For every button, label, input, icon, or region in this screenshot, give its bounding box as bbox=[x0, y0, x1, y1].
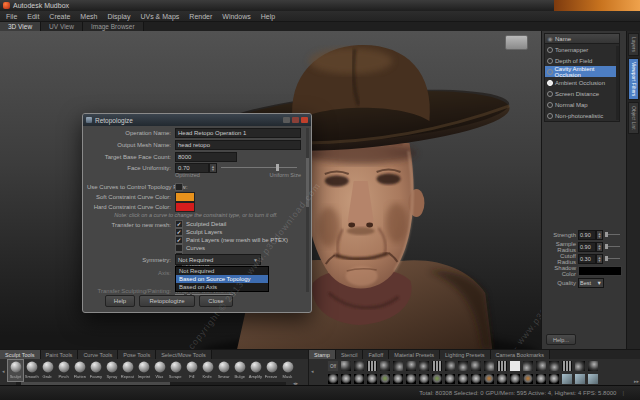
tray-tab-falloff[interactable]: Falloff bbox=[363, 350, 389, 359]
tool-scrape[interactable]: Scrape bbox=[168, 360, 183, 381]
symmetry-dropdown[interactable]: Not Required ▼ bbox=[175, 254, 261, 265]
soft-constraint-swatch[interactable] bbox=[175, 192, 195, 202]
property-slider[interactable] bbox=[605, 246, 620, 247]
tray-tab-layers[interactable]: Layers bbox=[628, 33, 639, 56]
tray-tab-pose-tools[interactable]: Pose Tools bbox=[118, 350, 156, 359]
stamp-thumbnail[interactable] bbox=[496, 373, 508, 385]
filter-toggle-icon[interactable] bbox=[545, 47, 555, 53]
tray-tab-stencil[interactable]: Stencil bbox=[336, 350, 364, 359]
stamp-thumbnail[interactable] bbox=[574, 373, 586, 385]
tool-repeat[interactable]: Repeat bbox=[120, 360, 135, 381]
property-value-input[interactable]: 0.90 bbox=[578, 230, 596, 240]
filter-row-normal-map[interactable]: Normal Map bbox=[545, 99, 619, 110]
tray-tab-stamp[interactable]: Stamp bbox=[309, 350, 336, 359]
face-uniformity-spinner[interactable]: ▲▼ bbox=[209, 163, 217, 173]
stamp-thumbnail[interactable] bbox=[405, 360, 417, 372]
stamp-thumbnail[interactable] bbox=[444, 373, 456, 385]
stamp-thumbnail[interactable] bbox=[470, 360, 482, 372]
stamp-thumbnail[interactable] bbox=[353, 360, 365, 372]
tray-tab-viewport-filters[interactable]: Viewport Filters bbox=[628, 58, 639, 100]
stamp-thumbnail[interactable] bbox=[470, 373, 482, 385]
filter-toggle-icon[interactable] bbox=[545, 80, 555, 86]
close-button[interactable]: Close bbox=[199, 295, 233, 307]
transfer-option-curves[interactable]: Curves bbox=[175, 244, 288, 252]
tool-smooth[interactable]: Smooth bbox=[24, 360, 39, 381]
stamp-thumbnail[interactable] bbox=[509, 373, 521, 385]
face-uniformity-slider[interactable] bbox=[221, 167, 297, 168]
stamp-thumbnail[interactable] bbox=[431, 373, 443, 385]
tray-tab-paint-tools[interactable]: Paint Tools bbox=[41, 350, 79, 359]
stamp-thumbnail[interactable] bbox=[418, 360, 430, 372]
tray-tab-select-move-tools[interactable]: Select/Move Tools bbox=[156, 350, 212, 359]
tray-tab-lighting-presets[interactable]: Lighting Presets bbox=[440, 350, 490, 359]
dialog-close-icon[interactable] bbox=[301, 117, 308, 123]
filter-row-screen-distance[interactable]: Screen Distance bbox=[545, 88, 619, 99]
tool-amplify[interactable]: Amplify bbox=[248, 360, 263, 381]
property-spinner[interactable]: ▲▼ bbox=[596, 242, 603, 252]
quality-dropdown[interactable]: Best▼ bbox=[578, 278, 604, 288]
tool-grab[interactable]: Grab bbox=[40, 360, 55, 381]
stamp-thumbnail[interactable] bbox=[574, 360, 586, 372]
filter-row-tonemapper[interactable]: Tonemapper bbox=[545, 44, 619, 55]
dialog-maximize-button[interactable] bbox=[292, 117, 299, 123]
scroll-right-icon[interactable]: ▸▸ bbox=[634, 378, 639, 384]
stamp-thumbnail[interactable] bbox=[535, 360, 547, 372]
property-value-input[interactable]: 0.90 bbox=[578, 242, 596, 252]
stamp-thumbnail[interactable] bbox=[561, 373, 573, 385]
menu-render[interactable]: Render bbox=[189, 13, 212, 20]
transfer-option-paint-layers-new-mesh-will-be-ptex-[interactable]: ✓Paint Layers (new mesh will be PTEX) bbox=[175, 236, 288, 244]
stamp-thumbnail[interactable] bbox=[457, 373, 469, 385]
stamp-off-button[interactable]: Off bbox=[327, 360, 339, 372]
property-spinner[interactable]: ▲▼ bbox=[596, 230, 603, 240]
menu-edit[interactable]: Edit bbox=[27, 13, 39, 20]
stamp-thumbnail[interactable] bbox=[327, 373, 339, 385]
property-value-input[interactable]: 0.30 bbox=[578, 254, 596, 264]
filter-toggle-icon[interactable] bbox=[545, 91, 555, 97]
filter-toggle-icon[interactable] bbox=[545, 69, 554, 75]
filter-row-depth-of-field[interactable]: Depth of Field bbox=[545, 55, 619, 66]
stamp-thumbnail[interactable] bbox=[379, 373, 391, 385]
symmetry-option-based-on-axis[interactable]: Based on Axis bbox=[176, 283, 268, 291]
menu-uvs-maps[interactable]: UVs & Maps bbox=[140, 13, 179, 20]
stamp-thumbnail[interactable] bbox=[457, 360, 469, 372]
slider-handle[interactable] bbox=[276, 164, 279, 171]
tool-sculpt[interactable]: Sculpt bbox=[8, 360, 23, 381]
panel-help-button[interactable]: Help... bbox=[546, 334, 576, 345]
checkbox-icon[interactable]: ✓ bbox=[175, 236, 183, 244]
output-mesh-name-input[interactable]: head retopo bbox=[175, 140, 301, 150]
filter-row-ambient-occlusion[interactable]: Ambient Occlusion bbox=[545, 77, 619, 88]
filter-toggle-icon[interactable] bbox=[545, 113, 555, 119]
tool-imprint[interactable]: Imprint bbox=[136, 360, 151, 381]
tab-uv-view[interactable]: UV View bbox=[41, 22, 83, 31]
tray-tab-material-presets[interactable]: Material Presets bbox=[389, 350, 440, 359]
stamp-thumbnail[interactable] bbox=[561, 360, 573, 372]
filter-row-non-photorealistic[interactable]: Non-photorealistic bbox=[545, 110, 619, 121]
checkbox-icon[interactable] bbox=[175, 244, 183, 252]
filter-toggle-icon[interactable] bbox=[545, 102, 555, 108]
transfer-option-sculpted-detail[interactable]: ✓Sculpted Detail bbox=[175, 220, 288, 228]
face-uniformity-input[interactable]: 0.70 bbox=[175, 163, 209, 173]
stamp-thumbnail[interactable] bbox=[431, 360, 443, 372]
stamp-thumbnail[interactable] bbox=[366, 360, 378, 372]
stamp-thumbnail[interactable] bbox=[548, 373, 560, 385]
stamp-thumbnail[interactable] bbox=[379, 360, 391, 372]
tray-tab-sculpt-tools[interactable]: Sculpt Tools bbox=[0, 350, 41, 359]
operation-name-input[interactable]: Head Retopo Operation 1 bbox=[175, 128, 301, 138]
checkbox-icon[interactable]: ✓ bbox=[175, 228, 183, 236]
tool-flatten[interactable]: Flatten bbox=[72, 360, 87, 381]
tool-wax[interactable]: Wax bbox=[152, 360, 167, 381]
tray-tab-object-list[interactable]: Object List bbox=[628, 102, 639, 134]
tool-spray[interactable]: Spray bbox=[104, 360, 119, 381]
symmetry-option-not-required[interactable]: Not Required bbox=[176, 267, 268, 275]
hard-constraint-swatch[interactable] bbox=[175, 202, 195, 212]
tray-tab-curve-tools[interactable]: Curve Tools bbox=[78, 350, 118, 359]
stamp-thumbnail[interactable] bbox=[392, 360, 404, 372]
tool-fill[interactable]: Fill bbox=[184, 360, 199, 381]
tool-mask[interactable]: Mask bbox=[280, 360, 295, 381]
stamp-thumbnail[interactable] bbox=[548, 360, 560, 372]
stamp-thumbnail[interactable] bbox=[366, 373, 378, 385]
retopologize-button[interactable]: Retopologize bbox=[139, 295, 195, 307]
shadow-color-swatch[interactable] bbox=[578, 266, 622, 276]
tool-knife[interactable]: Knife bbox=[200, 360, 215, 381]
menu-file[interactable]: File bbox=[6, 13, 17, 20]
